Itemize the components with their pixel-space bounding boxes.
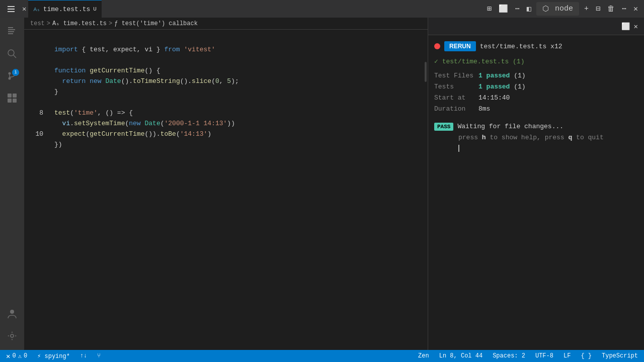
waiting-hint-text2: to show help, press (490, 134, 568, 141)
language-status[interactable]: TypeScript (600, 352, 640, 359)
title-bar: ✕ Aₛ time.test.ts U ⊞ ⬜ ⋯ ◧ ⬡ node + ⊟ 🗑… (0, 0, 644, 18)
arrows-status[interactable]: ↑↓ (78, 352, 89, 359)
tab-close-icon[interactable]: ✕ (22, 5, 26, 13)
start-value: 14:15:40 (478, 93, 510, 104)
cursor-line (434, 144, 638, 152)
stop-indicator (434, 43, 440, 49)
branch-status[interactable]: ⑂ (95, 352, 103, 359)
split-terminal-icon[interactable]: ⊟ (594, 3, 602, 15)
split-editor-icon[interactable]: ⬜ (497, 3, 510, 15)
activity-bar: 1 (0, 18, 24, 350)
duration-label: Duration (434, 104, 474, 115)
braces-icon: { } (581, 352, 592, 359)
scrollbar-thumb (425, 62, 427, 82)
svg-point-18 (11, 334, 14, 337)
start-label: Start at (434, 93, 474, 104)
waiting-message: Waiting for file changes... (457, 123, 564, 130)
error-icon: ✕ (6, 352, 10, 360)
start-row: Start at 14:15:40 (434, 93, 638, 104)
status-bar: ✕ 0 ⚠ 0 ⚡ spying* ↑↓ ⑂ Zen Ln 8, Col 44 … (0, 350, 644, 362)
test-files-value: 1 passed (1) (478, 70, 526, 81)
test-files-row: Test Files 1 passed (1) (434, 70, 638, 81)
svg-point-9 (9, 72, 11, 75)
active-tab[interactable]: Aₛ time.test.ts U (28, 0, 101, 18)
svg-rect-1 (8, 9, 15, 10)
breadcrumb-test[interactable]: test (30, 20, 45, 27)
svg-rect-16 (13, 99, 17, 103)
svg-point-11 (9, 77, 11, 80)
branch-icon: ⑂ (97, 352, 101, 359)
scrollbar[interactable] (424, 30, 428, 350)
position-status[interactable]: Ln 8, Col 44 (437, 352, 485, 359)
svg-point-17 (10, 310, 14, 314)
code-content[interactable]: import { test, expect, vi } from 'vitest… (48, 30, 424, 350)
eol-label: LF (564, 352, 571, 359)
zen-status[interactable]: Zen (416, 352, 431, 359)
activity-extensions-icon[interactable] (2, 88, 22, 108)
svg-rect-14 (13, 94, 17, 98)
rerun-button[interactable]: RERUN (444, 41, 476, 51)
activity-explorer-icon[interactable] (2, 22, 22, 42)
tests-passed: 1 passed (478, 83, 510, 90)
activity-account-icon[interactable] (2, 304, 22, 324)
sidebar-toggle-icon[interactable] (4, 2, 18, 16)
svg-rect-13 (8, 94, 12, 98)
tab-dirty-indicator: U (93, 6, 97, 12)
test-file-path: test/time.test.ts x12 (480, 43, 562, 50)
maximize-panel-icon[interactable]: ⬜ (621, 22, 630, 31)
encoding-label: UTF-8 (535, 352, 553, 359)
waiting-hint-text3: to quit (576, 134, 604, 141)
right-panel-content: RERUN test/time.test.ts x12 ✓ test/time.… (428, 35, 644, 350)
code-editor[interactable]: 8 10 import { test, expect, vi } from 'v… (24, 30, 428, 350)
activity-source-control-icon[interactable]: 1 (2, 66, 22, 86)
svg-rect-15 (8, 99, 12, 103)
activity-bar-bottom (2, 304, 22, 346)
eol-status[interactable]: LF (561, 352, 573, 359)
tab-filename: time.test.ts (43, 6, 91, 13)
activity-search-icon[interactable] (2, 44, 22, 64)
new-terminal-icon[interactable]: + (582, 4, 591, 14)
status-bar-right: Zen Ln 8, Col 44 Spaces: 2 UTF-8 LF { } … (416, 352, 640, 359)
spaces-label: Spaces: 2 (493, 352, 525, 359)
braces-status[interactable]: { } (579, 352, 594, 359)
breadcrumb-sep-1: > (47, 20, 50, 27)
svg-rect-0 (8, 6, 15, 7)
warning-icon: ⚠ (18, 352, 22, 360)
arrows-icon: ↑↓ (80, 352, 87, 359)
main-layout: 1 test > (0, 18, 644, 350)
error-status[interactable]: ✕ 0 ⚠ 0 (4, 352, 29, 360)
terminal-cursor (458, 145, 459, 152)
svg-rect-3 (8, 27, 13, 28)
waiting-hint-q: q (568, 134, 572, 141)
more-actions-icon[interactable]: ⋯ (513, 3, 522, 15)
svg-rect-6 (8, 33, 13, 34)
node-icon: ⬡ (540, 3, 551, 15)
breadcrumb-file[interactable]: Aₛ time.test.ts (52, 20, 107, 27)
spying-status[interactable]: ⚡ spying* (35, 352, 72, 360)
breadcrumb-function[interactable]: ƒ test('time') callback (114, 20, 198, 27)
svg-line-8 (14, 55, 17, 58)
test-files-label: Test Files (434, 70, 474, 81)
close-panel-icon[interactable]: ✕ (631, 3, 640, 15)
panel-toggle-icon[interactable]: ◧ (525, 3, 533, 15)
close-right-panel-icon[interactable]: ✕ (634, 22, 638, 31)
language-label: TypeScript (602, 352, 638, 359)
right-panel: ⬜ ✕ RERUN test/time.test.ts x12 ✓ test/t… (428, 18, 644, 350)
pass-section: PASS Waiting for file changes... press h… (434, 123, 638, 152)
encoding-status[interactable]: UTF-8 (533, 352, 555, 359)
waiting-hint-press1: press (458, 134, 482, 141)
source-control-badge: 1 (12, 69, 19, 76)
breadcrumb-sep-2: > (109, 20, 112, 27)
test-files-count: (1) (514, 72, 525, 79)
test-files-passed: 1 passed (478, 72, 510, 79)
spaces-status[interactable]: Spaces: 2 (491, 352, 527, 359)
svg-point-7 (8, 50, 14, 56)
more-terminal-icon[interactable]: ⋯ (620, 3, 628, 15)
pass-badge: PASS (434, 123, 453, 131)
layout-editor-icon[interactable]: ⊞ (485, 3, 494, 15)
waiting-hint-h: h (482, 134, 486, 141)
activity-settings-icon[interactable] (2, 326, 22, 346)
svg-rect-4 (8, 29, 15, 30)
node-label[interactable]: ⬡ node (536, 2, 579, 16)
delete-terminal-icon[interactable]: 🗑 (605, 4, 617, 15)
